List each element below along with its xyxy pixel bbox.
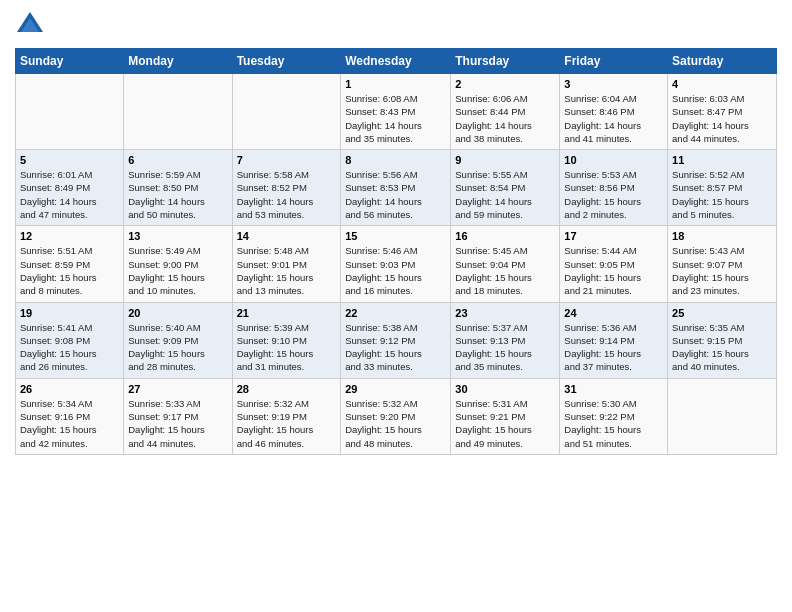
calendar-cell: 28Sunrise: 5:32 AM Sunset: 9:19 PM Dayli… <box>232 378 341 454</box>
calendar-row-3: 19Sunrise: 5:41 AM Sunset: 9:08 PM Dayli… <box>16 302 777 378</box>
day-number: 28 <box>237 383 337 395</box>
day-number: 19 <box>20 307 119 319</box>
calendar-cell: 13Sunrise: 5:49 AM Sunset: 9:00 PM Dayli… <box>124 226 232 302</box>
day-number: 13 <box>128 230 227 242</box>
day-number: 29 <box>345 383 446 395</box>
day-number: 11 <box>672 154 772 166</box>
logo-icon <box>15 10 45 40</box>
calendar-cell: 20Sunrise: 5:40 AM Sunset: 9:09 PM Dayli… <box>124 302 232 378</box>
day-info: Sunrise: 5:56 AM Sunset: 8:53 PM Dayligh… <box>345 168 446 221</box>
page: SundayMondayTuesdayWednesdayThursdayFrid… <box>0 0 792 612</box>
calendar-cell <box>16 74 124 150</box>
logo <box>15 10 49 40</box>
calendar-cell <box>232 74 341 150</box>
day-info: Sunrise: 5:32 AM Sunset: 9:20 PM Dayligh… <box>345 397 446 450</box>
calendar-cell: 24Sunrise: 5:36 AM Sunset: 9:14 PM Dayli… <box>560 302 668 378</box>
calendar-cell: 21Sunrise: 5:39 AM Sunset: 9:10 PM Dayli… <box>232 302 341 378</box>
calendar-cell: 12Sunrise: 5:51 AM Sunset: 8:59 PM Dayli… <box>16 226 124 302</box>
day-info: Sunrise: 5:45 AM Sunset: 9:04 PM Dayligh… <box>455 244 555 297</box>
day-info: Sunrise: 5:38 AM Sunset: 9:12 PM Dayligh… <box>345 321 446 374</box>
day-number: 10 <box>564 154 663 166</box>
day-number: 23 <box>455 307 555 319</box>
calendar-cell: 5Sunrise: 6:01 AM Sunset: 8:49 PM Daylig… <box>16 150 124 226</box>
calendar-cell: 31Sunrise: 5:30 AM Sunset: 9:22 PM Dayli… <box>560 378 668 454</box>
calendar-cell: 17Sunrise: 5:44 AM Sunset: 9:05 PM Dayli… <box>560 226 668 302</box>
calendar-cell: 22Sunrise: 5:38 AM Sunset: 9:12 PM Dayli… <box>341 302 451 378</box>
day-number: 26 <box>20 383 119 395</box>
day-number: 31 <box>564 383 663 395</box>
calendar-cell: 2Sunrise: 6:06 AM Sunset: 8:44 PM Daylig… <box>451 74 560 150</box>
day-number: 6 <box>128 154 227 166</box>
day-number: 4 <box>672 78 772 90</box>
calendar-cell: 10Sunrise: 5:53 AM Sunset: 8:56 PM Dayli… <box>560 150 668 226</box>
day-number: 2 <box>455 78 555 90</box>
day-info: Sunrise: 5:48 AM Sunset: 9:01 PM Dayligh… <box>237 244 337 297</box>
day-number: 30 <box>455 383 555 395</box>
day-info: Sunrise: 6:06 AM Sunset: 8:44 PM Dayligh… <box>455 92 555 145</box>
day-number: 17 <box>564 230 663 242</box>
calendar-cell: 14Sunrise: 5:48 AM Sunset: 9:01 PM Dayli… <box>232 226 341 302</box>
day-number: 24 <box>564 307 663 319</box>
calendar-cell: 11Sunrise: 5:52 AM Sunset: 8:57 PM Dayli… <box>668 150 777 226</box>
day-number: 22 <box>345 307 446 319</box>
day-info: Sunrise: 5:32 AM Sunset: 9:19 PM Dayligh… <box>237 397 337 450</box>
calendar-cell: 6Sunrise: 5:59 AM Sunset: 8:50 PM Daylig… <box>124 150 232 226</box>
day-info: Sunrise: 5:41 AM Sunset: 9:08 PM Dayligh… <box>20 321 119 374</box>
calendar-cell: 7Sunrise: 5:58 AM Sunset: 8:52 PM Daylig… <box>232 150 341 226</box>
day-info: Sunrise: 5:33 AM Sunset: 9:17 PM Dayligh… <box>128 397 227 450</box>
day-info: Sunrise: 5:31 AM Sunset: 9:21 PM Dayligh… <box>455 397 555 450</box>
day-info: Sunrise: 6:01 AM Sunset: 8:49 PM Dayligh… <box>20 168 119 221</box>
calendar-cell: 27Sunrise: 5:33 AM Sunset: 9:17 PM Dayli… <box>124 378 232 454</box>
day-number: 12 <box>20 230 119 242</box>
calendar-table: SundayMondayTuesdayWednesdayThursdayFrid… <box>15 48 777 455</box>
day-number: 1 <box>345 78 446 90</box>
day-number: 5 <box>20 154 119 166</box>
calendar-cell: 3Sunrise: 6:04 AM Sunset: 8:46 PM Daylig… <box>560 74 668 150</box>
day-info: Sunrise: 5:44 AM Sunset: 9:05 PM Dayligh… <box>564 244 663 297</box>
day-info: Sunrise: 5:59 AM Sunset: 8:50 PM Dayligh… <box>128 168 227 221</box>
calendar-cell: 15Sunrise: 5:46 AM Sunset: 9:03 PM Dayli… <box>341 226 451 302</box>
calendar-row-0: 1Sunrise: 6:08 AM Sunset: 8:43 PM Daylig… <box>16 74 777 150</box>
day-number: 3 <box>564 78 663 90</box>
calendar-cell: 9Sunrise: 5:55 AM Sunset: 8:54 PM Daylig… <box>451 150 560 226</box>
calendar-cell <box>124 74 232 150</box>
day-number: 16 <box>455 230 555 242</box>
day-number: 8 <box>345 154 446 166</box>
calendar-cell: 16Sunrise: 5:45 AM Sunset: 9:04 PM Dayli… <box>451 226 560 302</box>
header-tuesday: Tuesday <box>232 49 341 74</box>
day-number: 18 <box>672 230 772 242</box>
day-info: Sunrise: 5:53 AM Sunset: 8:56 PM Dayligh… <box>564 168 663 221</box>
day-info: Sunrise: 6:03 AM Sunset: 8:47 PM Dayligh… <box>672 92 772 145</box>
day-info: Sunrise: 5:46 AM Sunset: 9:03 PM Dayligh… <box>345 244 446 297</box>
header <box>15 10 777 40</box>
day-info: Sunrise: 5:36 AM Sunset: 9:14 PM Dayligh… <box>564 321 663 374</box>
calendar-cell: 8Sunrise: 5:56 AM Sunset: 8:53 PM Daylig… <box>341 150 451 226</box>
day-number: 20 <box>128 307 227 319</box>
calendar-cell: 23Sunrise: 5:37 AM Sunset: 9:13 PM Dayli… <box>451 302 560 378</box>
day-info: Sunrise: 5:39 AM Sunset: 9:10 PM Dayligh… <box>237 321 337 374</box>
day-info: Sunrise: 5:30 AM Sunset: 9:22 PM Dayligh… <box>564 397 663 450</box>
calendar-cell: 26Sunrise: 5:34 AM Sunset: 9:16 PM Dayli… <box>16 378 124 454</box>
header-friday: Friday <box>560 49 668 74</box>
calendar-cell: 29Sunrise: 5:32 AM Sunset: 9:20 PM Dayli… <box>341 378 451 454</box>
calendar-cell: 18Sunrise: 5:43 AM Sunset: 9:07 PM Dayli… <box>668 226 777 302</box>
day-number: 27 <box>128 383 227 395</box>
day-info: Sunrise: 6:04 AM Sunset: 8:46 PM Dayligh… <box>564 92 663 145</box>
day-info: Sunrise: 5:34 AM Sunset: 9:16 PM Dayligh… <box>20 397 119 450</box>
day-info: Sunrise: 5:43 AM Sunset: 9:07 PM Dayligh… <box>672 244 772 297</box>
day-info: Sunrise: 5:35 AM Sunset: 9:15 PM Dayligh… <box>672 321 772 374</box>
day-number: 21 <box>237 307 337 319</box>
calendar-cell: 25Sunrise: 5:35 AM Sunset: 9:15 PM Dayli… <box>668 302 777 378</box>
day-info: Sunrise: 5:51 AM Sunset: 8:59 PM Dayligh… <box>20 244 119 297</box>
calendar-row-1: 5Sunrise: 6:01 AM Sunset: 8:49 PM Daylig… <box>16 150 777 226</box>
calendar-cell: 4Sunrise: 6:03 AM Sunset: 8:47 PM Daylig… <box>668 74 777 150</box>
header-wednesday: Wednesday <box>341 49 451 74</box>
calendar-row-4: 26Sunrise: 5:34 AM Sunset: 9:16 PM Dayli… <box>16 378 777 454</box>
day-info: Sunrise: 6:08 AM Sunset: 8:43 PM Dayligh… <box>345 92 446 145</box>
day-number: 7 <box>237 154 337 166</box>
day-info: Sunrise: 5:55 AM Sunset: 8:54 PM Dayligh… <box>455 168 555 221</box>
header-monday: Monday <box>124 49 232 74</box>
day-number: 25 <box>672 307 772 319</box>
day-info: Sunrise: 5:49 AM Sunset: 9:00 PM Dayligh… <box>128 244 227 297</box>
day-info: Sunrise: 5:58 AM Sunset: 8:52 PM Dayligh… <box>237 168 337 221</box>
